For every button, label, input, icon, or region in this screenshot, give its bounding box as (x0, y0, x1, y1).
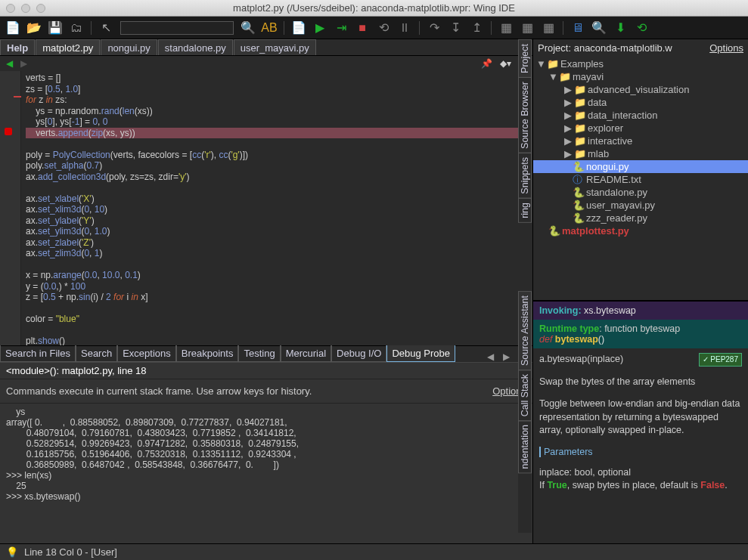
tab-mercurial[interactable]: Mercurial (281, 345, 331, 362)
layout-icon-3[interactable]: ▦ (542, 21, 555, 35)
code-editor[interactable]: verts = [] zs = [0.5, 1.0] for z in zs: … (0, 71, 532, 345)
tree-folder-mlab[interactable]: ▶📁mlab (533, 147, 748, 160)
layout-icon-2[interactable]: ▦ (520, 21, 534, 35)
tab-exceptions[interactable]: Exceptions (117, 345, 176, 362)
parameters-heading: Parameters (539, 447, 742, 457)
save-all-icon[interactable]: 🗂 (70, 21, 83, 35)
goto-icon[interactable]: ↖ (99, 21, 113, 35)
title-bar: matplot2.py (/Users/sdeibel): anaconda-m… (0, 0, 748, 17)
debug-probe-panel: <module>(): matplot2.py, line 18 Command… (0, 362, 532, 543)
cursor-position-text: Line 18 Col 0 - [User] (24, 546, 117, 558)
toolbar-search-input[interactable] (120, 21, 234, 35)
file-tab-bar: Help matplot2.py nongui.py standalone.py… (0, 39, 532, 56)
minimize-window-icon[interactable] (21, 4, 30, 13)
file-tab-nongui[interactable]: nongui.py (101, 39, 157, 55)
def-keyword: def (539, 334, 555, 345)
main-toolbar: 📄 📂 💾 🗂 ↖ 🔍 AB 📄 ▶ ⇥ ■ ⟲ ⏸ ↷ ↧ ↥ ▦ ▦ ▦ 🖥… (0, 17, 748, 39)
pep-badge: ✓ PEP287 (699, 353, 742, 367)
file-tab-standalone[interactable]: standalone.py (158, 39, 233, 55)
nav-forward-icon[interactable]: ▶ (20, 58, 27, 69)
tree-file-matplottest[interactable]: 🐍matplottest.py (533, 224, 748, 237)
source-assistant-panel: Invoking: xs.byteswap Runtime type: func… (533, 302, 748, 543)
debug-stop-icon[interactable]: ■ (355, 21, 369, 35)
runtime-type-value: : function byteswap (599, 323, 680, 334)
project-options-link[interactable]: Options (709, 42, 743, 54)
tree-file-nongui[interactable]: 🐍nongui.py (533, 160, 748, 173)
project-label: Project: anaconda-matplotlib.w (538, 42, 672, 54)
debug-restart-icon[interactable]: ⟲ (377, 21, 390, 35)
sig-params: () (598, 334, 604, 345)
debug-continue-icon[interactable]: ⇥ (334, 21, 348, 35)
invoking-label: Invoking: (539, 305, 584, 316)
tree-folder-explorer[interactable]: ▶📁explorer (533, 122, 748, 135)
new-doc-icon[interactable]: 📄 (292, 21, 306, 35)
tree-folder-data[interactable]: ▶📁data (533, 96, 748, 109)
step-over-icon[interactable]: ↷ (427, 21, 441, 35)
vtab-source-assistant[interactable]: Source Assistant (518, 291, 532, 370)
tree-folder-adv-vis[interactable]: ▶📁advanced_visualization (533, 83, 748, 96)
project-tree[interactable]: ▼📁Examples ▼📁mayavi ▶📁advanced_visualiza… (533, 56, 748, 300)
close-window-icon[interactable] (6, 4, 15, 13)
assist-desc-2: Toggle between low-endian and big-endian… (533, 393, 748, 442)
help-tab[interactable]: Help (0, 39, 35, 55)
invoking-value: xs.byteswap (584, 305, 636, 316)
tree-folder-mayavi[interactable]: ▼📁mayavi (533, 70, 748, 83)
search-icon[interactable]: 🔍 (241, 21, 255, 35)
vtab-refactoring[interactable]: ring (518, 198, 532, 223)
editor-gutter[interactable] (0, 71, 21, 345)
param-inplace-type: inplace: bool, optional (539, 467, 631, 478)
breakpoint-icon[interactable] (5, 128, 12, 135)
probe-hint-text: Commands execute in current stack frame.… (6, 385, 312, 397)
check-icon[interactable]: 🔍 (592, 21, 606, 35)
file-tab-matplot2[interactable]: matplot2.py (36, 39, 100, 55)
dropdown-icon[interactable]: ◆▾ (500, 58, 511, 69)
tree-folder-data-interaction[interactable]: ▶📁data_interaction (533, 109, 748, 122)
download-icon[interactable]: ⬇ (613, 21, 627, 35)
file-tab-user-mayavi[interactable]: user_mayavi.py (234, 39, 316, 55)
vtab-source-browser[interactable]: Source Browser (518, 77, 532, 153)
right-upper-tab-strip: Project Source Browser Snippets ring (518, 39, 532, 274)
debug-run-icon[interactable]: ▶ (313, 21, 327, 35)
source-assistant-body[interactable]: Invoking: xs.byteswap Runtime type: func… (533, 302, 748, 543)
assist-desc-1: Swap the bytes of the array elements (533, 371, 748, 394)
tree-file-user-mayavi[interactable]: 🐍user_mayavi.py (533, 199, 748, 212)
save-icon[interactable]: 💾 (48, 21, 62, 35)
tab-debug-io[interactable]: Debug I/O (331, 345, 386, 362)
lightbulb-icon[interactable]: 💡 (6, 546, 18, 558)
tab-search-in-files[interactable]: Search in Files (0, 345, 76, 362)
pin-icon[interactable]: 📌 (481, 58, 492, 69)
tab-breakpoints[interactable]: Breakpoints (176, 345, 239, 362)
vtab-project[interactable]: Project (518, 39, 532, 78)
stack-frame-selector[interactable]: <module>(): matplot2.py, line 18 (0, 363, 532, 379)
tab-debug-probe[interactable]: Debug Probe (386, 345, 455, 362)
tab-testing[interactable]: Testing (238, 345, 280, 362)
tree-folder-interactive[interactable]: ▶📁interactive (533, 135, 748, 147)
sync-icon[interactable]: ⟲ (635, 21, 648, 35)
nav-back-icon[interactable]: ◀ (6, 58, 13, 69)
open-file-icon[interactable]: 📂 (27, 21, 41, 35)
tree-folder-examples[interactable]: ▼📁Examples (533, 57, 748, 70)
new-file-icon[interactable]: 📄 (6, 21, 20, 35)
step-into-icon[interactable]: ↧ (448, 21, 462, 35)
fold-marker-icon[interactable] (14, 96, 21, 97)
layout-icon-1[interactable]: ▦ (499, 21, 513, 35)
right-lower-tab-strip: Source Assistant Call Stack ndentation (518, 291, 532, 533)
runtime-type-label: Runtime type (539, 323, 599, 334)
vtab-call-stack[interactable]: Call Stack (518, 370, 532, 421)
tree-file-zzz-reader[interactable]: 🐍zzz_reader.py (533, 212, 748, 224)
debug-pause-icon[interactable]: ⏸ (398, 21, 411, 35)
vtab-snippets[interactable]: Snippets (518, 153, 532, 199)
window-title: matplot2.py (/Users/sdeibel): anaconda-m… (233, 2, 515, 14)
tab-scroll-left-icon[interactable]: ◀ (483, 351, 498, 362)
tree-file-standalone[interactable]: 🐍standalone.py (533, 186, 748, 199)
vtab-indentation[interactable]: ndentation (518, 420, 532, 473)
tab-scroll-right-icon[interactable]: ▶ (498, 351, 514, 362)
tab-search[interactable]: Search (76, 345, 117, 362)
tree-file-readme[interactable]: ⓘREADME.txt (533, 173, 748, 186)
probe-output[interactable]: ys array([ 0. , 0.88588052, 0.89807309, … (0, 404, 532, 505)
step-out-icon[interactable]: ↥ (470, 21, 483, 35)
code-area[interactable]: verts = [] zs = [0.5, 1.0] for z in zs: … (21, 71, 532, 345)
zoom-window-icon[interactable] (36, 4, 45, 13)
replace-icon[interactable]: AB (262, 21, 276, 35)
monitor-icon[interactable]: 🖥 (571, 21, 585, 35)
